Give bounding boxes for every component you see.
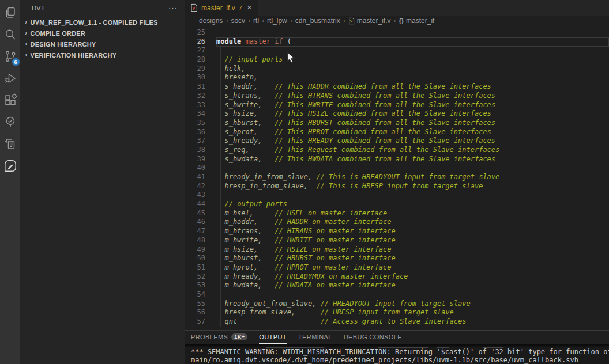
code-text: m_hready, // HREADYMUX on master interfa… [216,272,408,282]
code-line[interactable]: 51 m_hprot, // HPROT on master interface [185,263,609,272]
panel-tab-debug-console[interactable]: DEBUG CONSOLE [344,331,402,344]
panel-tab-problems[interactable]: PROBLEMS1K+ [191,331,247,344]
tab-warning-count: 7 [239,5,242,12]
code-line[interactable]: 35 s_hburst, // This HBURST combined fro… [185,119,609,128]
code-text: s_hprot, // This HPROT combined from all… [216,128,491,137]
code-line[interactable]: 43 [185,191,609,200]
code-line[interactable]: 36 s_hprot, // This HPROT combined from … [185,128,609,137]
verification-tree-icon[interactable] [2,114,18,130]
code-line[interactable]: 33 s_hwrite, // This HWRITE combined fro… [185,101,609,110]
chevron-right-icon: › [25,17,28,26]
code-line[interactable]: 44 // output ports [185,200,609,209]
code-text: m_hsize, // HSIZE on master interface [216,245,391,255]
code-text: s_haddr, // This HADDR combined from all… [216,82,491,92]
code-line[interactable]: 56 hresp_from_slave, // HRESP input from… [185,308,609,317]
tasks-icon[interactable] [2,136,18,152]
sidebar-item-label: UVM_REF_FLOW_1.1 - COMPILED FILES [31,19,158,26]
panel-tab-output[interactable]: OUTPUT [259,331,287,344]
breadcrumb-item-rtl[interactable]: rtl [253,17,259,25]
panel-tab-label: DEBUG CONSOLE [344,333,402,340]
breadcrumb-item-master-if-v[interactable]: Vmaster_if.v [348,17,391,25]
breadcrumb-label: socv [231,17,245,25]
tab-master-if[interactable]: V master_if.v 7 ✕ [185,0,258,16]
code-text: hclk, [216,65,246,74]
code-line[interactable]: 49 m_hsize, // HSIZE on master interface [185,245,609,255]
run-debug-icon[interactable] [2,70,18,86]
code-editor[interactable]: 2526module master_if (2728 // input port… [185,26,609,330]
code-line[interactable]: 38 s_req, // This Request combined from … [185,146,609,155]
breadcrumb-item-socv[interactable]: socv [231,17,245,25]
code-line[interactable]: 40 [185,164,609,173]
code-line[interactable]: 27 [185,46,609,55]
breadcrumb-item-master-if[interactable]: {}master_if [399,17,434,25]
code-text: // output ports [216,200,287,209]
breadcrumb-separator-icon: › [248,17,250,25]
breadcrumb-item-designs[interactable]: designs [199,17,223,25]
code-line[interactable]: 48 m_hwrite, // HWRITE on master interfa… [185,236,609,245]
code-line[interactable]: 26module master_if ( [185,37,609,47]
code-text: hresp_from_slave, // HRESP input from ta… [216,308,454,317]
verilog-file-icon: V [190,3,198,12]
line-number: 45 [185,209,205,218]
sidebar-title: DVT [32,5,168,12]
close-icon[interactable]: ✕ [247,4,252,12]
code-line[interactable]: 39 s_hwdata, // This HWDATA combined fro… [185,155,609,164]
extensions-icon[interactable] [2,92,18,108]
code-text: module master_if ( [216,37,291,47]
breadcrumb-separator-icon: › [343,17,345,25]
code-line[interactable]: 29 hclk, [185,65,609,74]
output-console[interactable]: ______________ ____________ ___ _____ **… [185,344,609,364]
code-line[interactable]: 45 m_hsel, // HSEL on master interface [185,209,609,218]
code-line[interactable]: 41 hready_in_from_slave, // This is HREA… [185,173,609,182]
line-number: 31 [185,82,205,92]
sidebar-header: DVT ··· [20,0,185,16]
line-number: 27 [185,46,205,55]
sidebar-item-verification-hierarchy[interactable]: ›VERIFICATION HIERARCHY [20,50,185,60]
code-line[interactable]: 34 s_hsize, // This HSIZE combined from … [185,109,609,119]
more-actions-icon[interactable]: ··· [168,3,178,12]
source-control-icon[interactable]: 6 [2,48,18,65]
code-text: m_hburst, // HBURST on master interface [216,254,396,263]
line-number: 32 [185,92,205,101]
sidebar: DVT ··· ›UVM_REF_FLOW_1.1 - COMPILED FIL… [20,0,185,364]
code-line[interactable]: 25 [185,28,609,37]
line-number: 30 [185,73,205,82]
line-number: 48 [185,236,205,245]
code-line[interactable]: 28 // input ports [185,55,609,65]
output-line: main/ro.amiq.dvt.vscode/.dvt_home/predef… [191,357,609,364]
code-line[interactable]: 31 s_haddr, // This HADDR combined from … [185,82,609,92]
sidebar-item-uvm-ref-flow-1-1-compiled-files[interactable]: ›UVM_REF_FLOW_1.1 - COMPILED FILES [20,17,185,28]
code-text: m_hsel, // HSEL on master interface [216,209,387,218]
breadcrumb-item-rtl-lpw[interactable]: rtl_lpw [267,17,287,25]
sidebar-item-design-hierarchy[interactable]: ›DESIGN HIERARCHY [20,39,185,50]
code-text: s_hsize, // This HSIZE combined from all… [216,109,491,119]
code-line[interactable]: 52 m_hready, // HREADYMUX on master inte… [185,272,609,282]
code-line[interactable]: 53 m_hwdata, // HWDATA on master interfa… [185,281,609,290]
line-number: 25 [185,28,205,37]
code-line[interactable]: 37 s_hready, // This HREADY combined fro… [185,136,609,146]
svg-text:V: V [350,19,353,23]
breadcrumb-separator-icon: › [225,17,228,25]
breadcrumb-separator-icon: › [262,17,264,25]
code-line[interactable]: 32 s_htrans, // This HTRANS combined fro… [185,92,609,101]
code-line[interactable]: 57 gnt // Access grant to Slave interfac… [185,317,609,327]
code-line[interactable]: 54 [185,290,609,299]
line-number: 36 [185,128,205,137]
code-line[interactable]: 50 m_hburst, // HBURST on master interfa… [185,254,609,263]
explorer-icon[interactable] [2,5,18,21]
line-number: 46 [185,218,205,227]
code-line[interactable]: 42 hresp_in_from_slave, // This is HRESP… [185,182,609,191]
code-line[interactable]: 30 hresetn, [185,73,609,82]
sidebar-item-compile-order[interactable]: ›COMPILE ORDER [20,28,185,39]
code-line[interactable]: 55 hready_out_from_slave, // HREADYOUT i… [185,299,609,309]
code-line[interactable]: 47 m_htrans, // HTRANS on master interfa… [185,227,609,236]
search-icon[interactable] [2,26,18,43]
code-line[interactable]: 46 m_haddr, // HADDR on master interface [185,218,609,227]
line-number: 51 [185,263,205,272]
breadcrumb-item-cdn-busmatrix[interactable]: cdn_busmatrix [295,17,340,25]
line-number: 43 [185,191,205,200]
panel-tab-label: OUTPUT [259,333,287,340]
dvt-editor-icon[interactable] [2,158,18,174]
panel-tab-terminal[interactable]: TERMINAL [298,331,332,344]
line-number: 40 [185,164,205,173]
